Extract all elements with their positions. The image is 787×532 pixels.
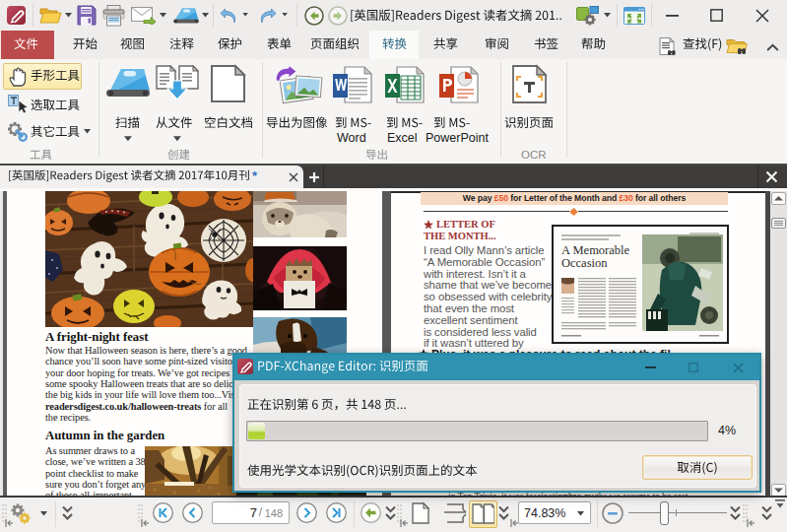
svg-text:A Memorable: A Memorable [561, 243, 630, 257]
svg-text:Occasion: Occasion [561, 256, 608, 270]
